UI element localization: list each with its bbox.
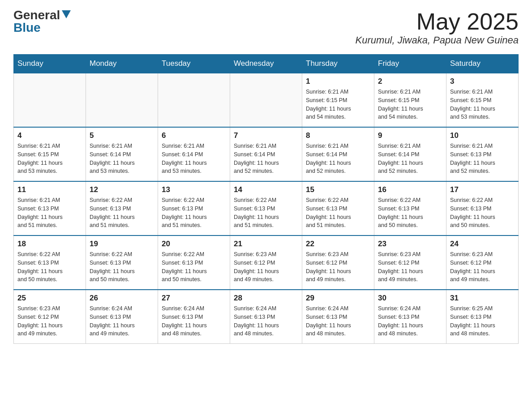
calendar-week-row-5: 25Sunrise: 6:23 AMSunset: 6:12 PMDayligh… — [14, 290, 519, 344]
day-number: 12 — [90, 185, 154, 194]
day-number: 23 — [378, 240, 442, 248]
calendar-cell: 29Sunrise: 6:24 AMSunset: 6:13 PMDayligh… — [302, 290, 374, 344]
day-number: 6 — [162, 131, 226, 140]
day-number: 2 — [378, 77, 442, 86]
day-info: Sunrise: 6:21 AMSunset: 6:13 PMDaylight:… — [17, 196, 82, 230]
calendar-cell: 31Sunrise: 6:25 AMSunset: 6:13 PMDayligh… — [446, 290, 519, 344]
calendar-cell: 5Sunrise: 6:21 AMSunset: 6:14 PMDaylight… — [86, 127, 158, 181]
calendar-cell: 20Sunrise: 6:22 AMSunset: 6:13 PMDayligh… — [158, 235, 230, 290]
calendar-cell: 18Sunrise: 6:22 AMSunset: 6:13 PMDayligh… — [14, 235, 86, 290]
calendar-cell: 1Sunrise: 6:21 AMSunset: 6:15 PMDaylight… — [302, 73, 374, 127]
calendar-cell: 16Sunrise: 6:22 AMSunset: 6:13 PMDayligh… — [374, 181, 446, 235]
calendar-header-row: SundayMondayTuesdayWednesdayThursdayFrid… — [14, 55, 519, 73]
day-of-week-header-monday: Monday — [86, 55, 158, 73]
day-number: 8 — [306, 131, 370, 140]
calendar-week-row-4: 18Sunrise: 6:22 AMSunset: 6:13 PMDayligh… — [14, 235, 519, 290]
day-info: Sunrise: 6:21 AMSunset: 6:13 PMDaylight:… — [450, 142, 515, 176]
calendar-cell: 26Sunrise: 6:24 AMSunset: 6:13 PMDayligh… — [86, 290, 158, 344]
calendar-cell: 22Sunrise: 6:23 AMSunset: 6:12 PMDayligh… — [302, 235, 374, 290]
day-number: 22 — [306, 240, 370, 248]
day-info: Sunrise: 6:22 AMSunset: 6:13 PMDaylight:… — [90, 250, 154, 284]
logo: General Blue — [13, 9, 71, 34]
day-number: 9 — [378, 131, 442, 140]
calendar-cell: 2Sunrise: 6:21 AMSunset: 6:15 PMDaylight… — [374, 73, 446, 127]
calendar-cell: 4Sunrise: 6:21 AMSunset: 6:15 PMDaylight… — [14, 127, 86, 181]
calendar-week-row-3: 11Sunrise: 6:21 AMSunset: 6:13 PMDayligh… — [14, 181, 519, 235]
calendar-cell: 27Sunrise: 6:24 AMSunset: 6:13 PMDayligh… — [158, 290, 230, 344]
calendar-cell: 19Sunrise: 6:22 AMSunset: 6:13 PMDayligh… — [86, 235, 158, 290]
logo-arrow-icon — [62, 10, 71, 18]
day-info: Sunrise: 6:24 AMSunset: 6:13 PMDaylight:… — [162, 304, 226, 338]
calendar-cell: 7Sunrise: 6:21 AMSunset: 6:14 PMDaylight… — [230, 127, 302, 181]
day-info: Sunrise: 6:21 AMSunset: 6:15 PMDaylight:… — [450, 88, 515, 121]
page-header: General Blue May 2025 Kurumul, Jiwaka, P… — [13, 9, 519, 46]
day-number: 1 — [306, 77, 370, 86]
day-info: Sunrise: 6:21 AMSunset: 6:15 PMDaylight:… — [17, 142, 82, 176]
calendar-cell: 9Sunrise: 6:21 AMSunset: 6:14 PMDaylight… — [374, 127, 446, 181]
day-number: 15 — [306, 185, 370, 194]
day-info: Sunrise: 6:21 AMSunset: 6:14 PMDaylight:… — [90, 142, 154, 176]
day-info: Sunrise: 6:22 AMSunset: 6:13 PMDaylight:… — [450, 196, 515, 230]
calendar-cell: 25Sunrise: 6:23 AMSunset: 6:12 PMDayligh… — [14, 290, 86, 344]
day-info: Sunrise: 6:21 AMSunset: 6:15 PMDaylight:… — [378, 88, 442, 121]
location-subtitle: Kurumul, Jiwaka, Papua New Guinea — [356, 34, 519, 46]
day-info: Sunrise: 6:21 AMSunset: 6:14 PMDaylight:… — [162, 142, 226, 176]
day-number: 20 — [162, 240, 226, 248]
month-year-title: May 2025 — [356, 9, 519, 34]
day-number: 25 — [17, 294, 82, 303]
day-info: Sunrise: 6:22 AMSunset: 6:13 PMDaylight:… — [378, 196, 442, 230]
day-info: Sunrise: 6:21 AMSunset: 6:14 PMDaylight:… — [378, 142, 442, 176]
calendar-cell — [158, 73, 230, 127]
day-number: 31 — [450, 294, 515, 303]
logo-general-text: General — [13, 9, 71, 21]
calendar-cell: 24Sunrise: 6:23 AMSunset: 6:12 PMDayligh… — [446, 235, 519, 290]
day-info: Sunrise: 6:23 AMSunset: 6:12 PMDaylight:… — [17, 304, 82, 338]
day-info: Sunrise: 6:24 AMSunset: 6:13 PMDaylight:… — [378, 304, 442, 338]
day-of-week-header-thursday: Thursday — [302, 55, 374, 73]
day-number: 16 — [378, 185, 442, 194]
calendar-cell: 28Sunrise: 6:24 AMSunset: 6:13 PMDayligh… — [230, 290, 302, 344]
calendar-cell — [14, 73, 86, 127]
day-info: Sunrise: 6:22 AMSunset: 6:13 PMDaylight:… — [306, 196, 370, 230]
day-number: 13 — [162, 185, 226, 194]
day-info: Sunrise: 6:22 AMSunset: 6:13 PMDaylight:… — [162, 250, 226, 284]
day-number: 28 — [234, 294, 298, 303]
day-number: 24 — [450, 240, 515, 248]
day-info: Sunrise: 6:23 AMSunset: 6:12 PMDaylight:… — [450, 250, 515, 284]
day-info: Sunrise: 6:21 AMSunset: 6:15 PMDaylight:… — [306, 88, 370, 121]
calendar-cell: 30Sunrise: 6:24 AMSunset: 6:13 PMDayligh… — [374, 290, 446, 344]
day-info: Sunrise: 6:22 AMSunset: 6:13 PMDaylight:… — [162, 196, 226, 230]
calendar-cell: 10Sunrise: 6:21 AMSunset: 6:13 PMDayligh… — [446, 127, 519, 181]
day-number: 26 — [90, 294, 154, 303]
day-number: 27 — [162, 294, 226, 303]
day-of-week-header-saturday: Saturday — [446, 55, 519, 73]
day-info: Sunrise: 6:22 AMSunset: 6:13 PMDaylight:… — [90, 196, 154, 230]
day-number: 14 — [234, 185, 298, 194]
logo-blue-text: Blue — [13, 21, 41, 34]
day-number: 30 — [378, 294, 442, 303]
day-info: Sunrise: 6:24 AMSunset: 6:13 PMDaylight:… — [90, 304, 154, 338]
calendar-cell: 3Sunrise: 6:21 AMSunset: 6:15 PMDaylight… — [446, 73, 519, 127]
day-of-week-header-tuesday: Tuesday — [158, 55, 230, 73]
calendar-cell: 12Sunrise: 6:22 AMSunset: 6:13 PMDayligh… — [86, 181, 158, 235]
day-info: Sunrise: 6:23 AMSunset: 6:12 PMDaylight:… — [234, 250, 298, 284]
calendar-cell: 15Sunrise: 6:22 AMSunset: 6:13 PMDayligh… — [302, 181, 374, 235]
calendar-cell: 11Sunrise: 6:21 AMSunset: 6:13 PMDayligh… — [14, 181, 86, 235]
day-info: Sunrise: 6:23 AMSunset: 6:12 PMDaylight:… — [378, 250, 442, 284]
day-number: 5 — [90, 131, 154, 140]
day-info: Sunrise: 6:21 AMSunset: 6:14 PMDaylight:… — [234, 142, 298, 176]
day-number: 7 — [234, 131, 298, 140]
day-of-week-header-wednesday: Wednesday — [230, 55, 302, 73]
day-info: Sunrise: 6:22 AMSunset: 6:13 PMDaylight:… — [234, 196, 298, 230]
day-info: Sunrise: 6:24 AMSunset: 6:13 PMDaylight:… — [234, 304, 298, 338]
day-number: 11 — [17, 185, 82, 194]
day-of-week-header-friday: Friday — [374, 55, 446, 73]
day-number: 29 — [306, 294, 370, 303]
calendar-cell — [86, 73, 158, 127]
day-info: Sunrise: 6:22 AMSunset: 6:13 PMDaylight:… — [17, 250, 82, 284]
day-number: 21 — [234, 240, 298, 248]
calendar-cell: 13Sunrise: 6:22 AMSunset: 6:13 PMDayligh… — [158, 181, 230, 235]
day-info: Sunrise: 6:21 AMSunset: 6:14 PMDaylight:… — [306, 142, 370, 176]
day-of-week-header-sunday: Sunday — [14, 55, 86, 73]
day-info: Sunrise: 6:24 AMSunset: 6:13 PMDaylight:… — [306, 304, 370, 338]
